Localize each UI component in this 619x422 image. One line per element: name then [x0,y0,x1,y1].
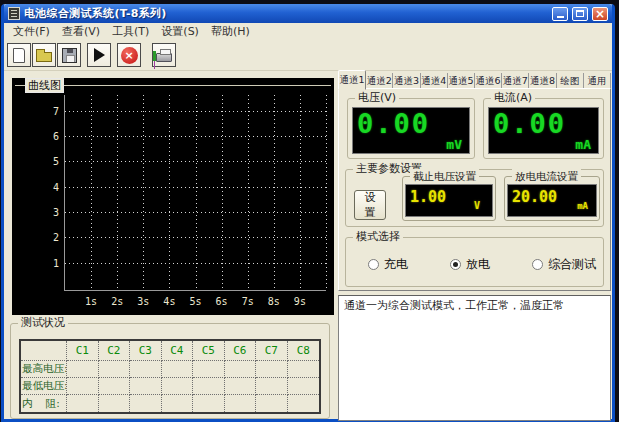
x-tick-label: 4s [163,296,175,307]
y-tick-label: 2 [35,232,59,243]
col-header-C3: C3 [130,341,162,361]
open-folder-icon [36,52,52,62]
current-display: 0.00 mA [488,107,599,154]
app-window: 电池综合测试系统(T-8系列) × 文件(F) 查看(V) 工具(T) 设置(S… [1,4,615,422]
table-cell [67,395,99,412]
current-value: 0.00 [493,108,566,139]
play-icon [94,48,105,62]
y-tick-label: 5 [35,156,59,167]
curve-plot-panel: 曲线图 1s2s3s4s5s6s7s8s9s1234567 [12,78,334,315]
menu-view[interactable]: 查看(V) [58,23,108,40]
plot-title: 曲线图 [25,78,64,93]
col-header-C1: C1 [67,341,99,361]
table-cell [99,361,131,378]
plot-hgridline [65,111,326,112]
x-tick-label: 2s [111,296,123,307]
plot-area: 1s2s3s4s5s6s7s8s9s1234567 [64,95,326,291]
plot-vgridline [117,95,118,290]
plot-vgridline [169,95,170,290]
plot-hgridline [65,212,326,213]
close-button[interactable]: × [592,7,608,21]
set-params-button[interactable]: 设置 [354,190,386,220]
discharge-current-display: 20.00 mA [507,184,597,217]
tab-绘图[interactable]: 绘图 [557,73,584,89]
y-tick-label: 1 [35,257,59,268]
y-tick-label: 7 [35,105,59,116]
maximize-button[interactable] [572,7,588,21]
table-cell [288,361,320,378]
channel1-tab-page: 电压(V) 0.00 mV 电流(A) 0.00 mA 主要参数设置 设置 截止… [338,88,611,291]
menu-tools[interactable]: 工具(T) [108,23,157,40]
table-cell [256,361,288,378]
plot-hgridline [65,263,326,264]
tab-通道5[interactable]: 通道5 [448,73,475,89]
table-cell [162,378,194,395]
table-cell [288,378,320,395]
current-unit: mA [575,137,591,152]
voltage-display: 0.00 mV [352,107,470,154]
stop-button[interactable]: × [117,43,141,67]
voltage-unit: mV [446,137,462,152]
menu-file[interactable]: 文件(F) [9,23,58,40]
tab-通道3[interactable]: 通道3 [393,73,420,89]
menu-help[interactable]: 帮助(H) [207,23,258,40]
tab-通道2[interactable]: 通道2 [366,73,393,89]
col-header-C8: C8 [288,341,320,361]
table-cell [130,361,162,378]
mode-charge-label: 充电 [384,256,408,273]
start-button[interactable] [87,43,111,67]
menu-bar: 文件(F) 查看(V) 工具(T) 设置(S) 帮助(H) [4,23,612,40]
minimize-button[interactable] [552,7,568,21]
y-tick-label: 6 [35,130,59,141]
mode-option-combined-test[interactable]: 综合测试 [532,256,596,273]
plot-hgridline [65,187,326,188]
save-file-button[interactable] [57,43,81,67]
table-cell [225,378,257,395]
tab-通道7[interactable]: 通道7 [502,73,529,89]
radio-combined-test-icon[interactable] [532,259,543,270]
current-group-title: 电流(A) [491,91,535,105]
mode-select-group: 模式选择 充电 放电 综合测试 [345,237,604,287]
mode-option-charge[interactable]: 充电 [368,256,408,273]
plot-vgridline [300,95,301,290]
discharge-current-unit: mA [577,201,588,211]
status-log-box[interactable]: 通道一为综合测试模式，工作正常，温度正常 [338,295,611,421]
status-log-text: 通道一为综合测试模式，工作正常，温度正常 [344,299,564,312]
table-cell [225,395,257,412]
radio-discharge-icon[interactable] [450,259,461,270]
mode-select-title: 模式选择 [353,230,403,244]
radio-charge-icon[interactable] [368,259,379,270]
table-cell [99,395,131,412]
plot-hgridline [65,161,326,162]
new-file-button[interactable] [7,43,31,67]
x-tick-label: 8s [268,296,280,307]
mode-combined-test-label: 综合测试 [548,256,596,273]
table-cell [67,361,99,378]
table-cell [130,378,162,395]
voltage-value: 0.00 [357,108,430,139]
cutoff-voltage-value: 1.00 [410,188,446,206]
tab-通道8[interactable]: 通道8 [529,73,556,89]
voltage-group-title: 电压(V) [355,91,399,105]
table-cell [162,395,194,412]
current-group: 电流(A) 0.00 mA [483,98,604,159]
col-header-C4: C4 [162,341,194,361]
mode-option-discharge[interactable]: 放电 [450,256,490,273]
tab-通道6[interactable]: 通道6 [475,73,502,89]
tab-通用[interactable]: 通用 [584,73,611,89]
tab-通道1[interactable]: 通道1 [338,70,366,90]
tab-通道4[interactable]: 通道4 [421,73,448,89]
table-cell [99,378,131,395]
table-cell [67,378,99,395]
table-cell [225,361,257,378]
plot-vgridline [326,95,327,290]
maximize-icon [576,10,584,17]
menu-settings[interactable]: 设置(S) [157,23,207,40]
test-status-table: C1C2C3C4C5C6C7C8最高电压:最低电压:内 阻: [19,339,321,414]
y-tick-label: 4 [35,181,59,192]
table-cell [21,341,67,361]
print-button[interactable] [152,43,176,67]
x-tick-label: 3s [137,296,149,307]
cutoff-voltage-title: 截止电压设置 [410,169,479,183]
open-file-button[interactable] [32,43,56,67]
